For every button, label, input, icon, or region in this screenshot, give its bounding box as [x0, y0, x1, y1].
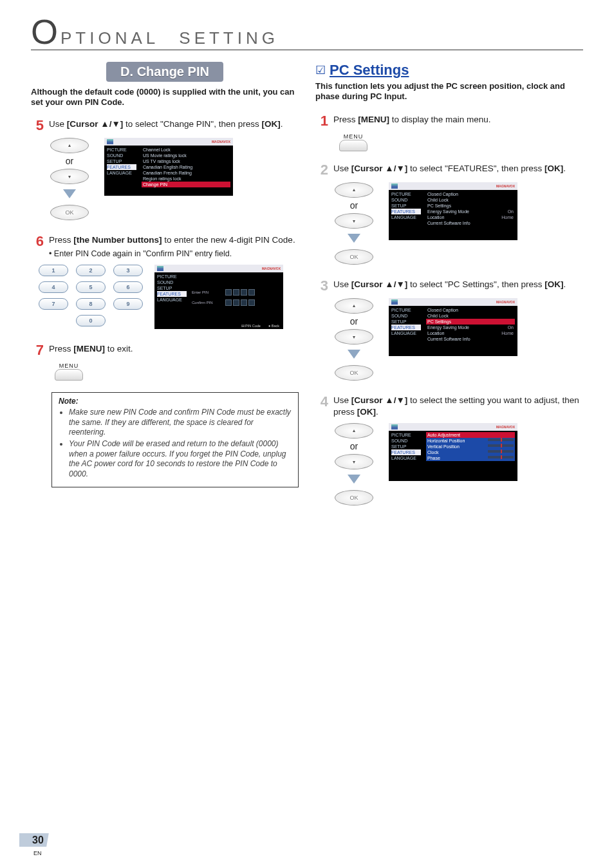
note-box: Note: Make sure new PIN Code and confirm… [51, 392, 299, 488]
menu-button[interactable] [339, 140, 367, 151]
step-6-text: Press [the Number buttons] to enter the … [49, 234, 299, 259]
step-3-number: 3 [315, 279, 328, 293]
page-header: O PTIONAL SETTING [31, 18, 583, 50]
pc-settings-intro: This function lets you adjust the PC scr… [315, 81, 583, 102]
pc-settings-heading: ☑ PC Settings [315, 62, 583, 79]
step-1-number: 1 [315, 114, 328, 128]
number-3-button[interactable]: 3 [113, 265, 143, 276]
step-2-number: 2 [315, 163, 328, 177]
remote-cursor-diagram: or OK [335, 423, 373, 505]
tv-icon [391, 184, 398, 189]
note-item: Make sure new PIN Code and confirm PIN C… [69, 408, 292, 438]
note-item: Your PIN Code will be erased and return … [69, 439, 292, 479]
cursor-down-button[interactable] [335, 329, 373, 344]
number-5-button[interactable]: 5 [76, 281, 106, 293]
number-8-button[interactable]: 8 [76, 298, 106, 310]
step-1-text: Press [MENU] to display the main menu. [333, 114, 583, 128]
number-4-button[interactable]: 4 [39, 281, 68, 293]
ok-button[interactable]: OK [50, 205, 89, 220]
step-5-text: Use [Cursor ▲/▼] to select "Change PIN",… [49, 118, 299, 133]
step-7-number: 7 [31, 343, 44, 357]
tv-menu-pc-settings-select: MAGNAVOX PICTURESOUNDSETUPFEATURESLANGUA… [389, 298, 517, 356]
step-7-text: Press [MENU] to exit. [49, 343, 299, 357]
number-9-button[interactable]: 9 [113, 298, 143, 310]
number-7-button[interactable]: 7 [39, 298, 68, 310]
header-initial: O [31, 18, 59, 46]
cursor-up-button[interactable] [335, 182, 373, 198]
cursor-up-button[interactable] [335, 423, 373, 439]
number-2-button[interactable]: 2 [76, 265, 106, 276]
left-column: D. Change PIN Although the default code … [31, 62, 299, 520]
menu-button[interactable] [55, 369, 83, 381]
menu-button-diagram: MENU [50, 363, 88, 381]
number-6-button[interactable]: 6 [113, 281, 143, 293]
tv-icon [391, 299, 398, 305]
number-0-button[interactable]: 0 [76, 315, 106, 326]
cursor-up-button[interactable] [50, 138, 89, 153]
cursor-down-button[interactable] [335, 213, 373, 229]
tv-icon [157, 266, 163, 271]
chevron-down-icon [348, 234, 360, 243]
step-4-text: Use [Cursor ▲/▼] to select the setting y… [333, 395, 583, 418]
change-pin-intro: Although the default code (0000) is supp… [31, 87, 299, 108]
right-column: ☑ PC Settings This function lets you adj… [315, 62, 583, 520]
step-3-text: Use [Cursor ▲/▼] to select "PC Settings"… [333, 279, 583, 293]
ok-button[interactable]: OK [335, 365, 373, 381]
chevron-down-icon [63, 189, 76, 198]
tv-menu-pin-entry: MAGNAVOX PICTURESOUNDSETUPFEATURESLANGUA… [154, 265, 283, 329]
step-4-number: 4 [315, 395, 328, 418]
header-rest: PTIONAL SETTING [60, 27, 279, 50]
change-pin-badge: D. Change PIN [31, 62, 299, 82]
chevron-down-icon [348, 475, 360, 484]
cursor-up-button[interactable] [335, 298, 373, 314]
menu-button-diagram: MENU [335, 133, 372, 151]
tv-icon [107, 139, 113, 144]
step-5-number: 5 [31, 118, 44, 133]
remote-cursor-diagram: or OK [335, 182, 373, 265]
step-2-text: Use [Cursor ▲/▼] to select "FEATURES", t… [333, 163, 583, 177]
cursor-down-button[interactable] [335, 454, 373, 469]
step-6-number: 6 [31, 234, 44, 259]
tv-menu-pc-settings-adjust: MAGNAVOX PICTURESOUNDSETUPFEATURESLANGUA… [389, 423, 517, 481]
tv-icon [391, 424, 398, 429]
tv-menu-features: MAGNAVOX PICTURESOUNDSETUPFEATURESLANGUA… [389, 182, 517, 240]
chevron-down-icon [348, 350, 360, 359]
ok-button[interactable]: OK [335, 249, 373, 265]
number-1-button[interactable]: 1 [39, 265, 68, 276]
number-pad: 1234567890 [39, 265, 143, 326]
tv-menu-change-pin: MAGNAVOX PICTURESOUNDSETUPFEATURESLANGUA… [104, 138, 233, 196]
remote-cursor-diagram: or OK [50, 138, 89, 220]
cursor-down-button[interactable] [50, 169, 89, 184]
ok-button[interactable]: OK [335, 490, 373, 505]
remote-cursor-diagram: or OK [335, 298, 373, 381]
check-icon: ☑ [315, 63, 326, 77]
